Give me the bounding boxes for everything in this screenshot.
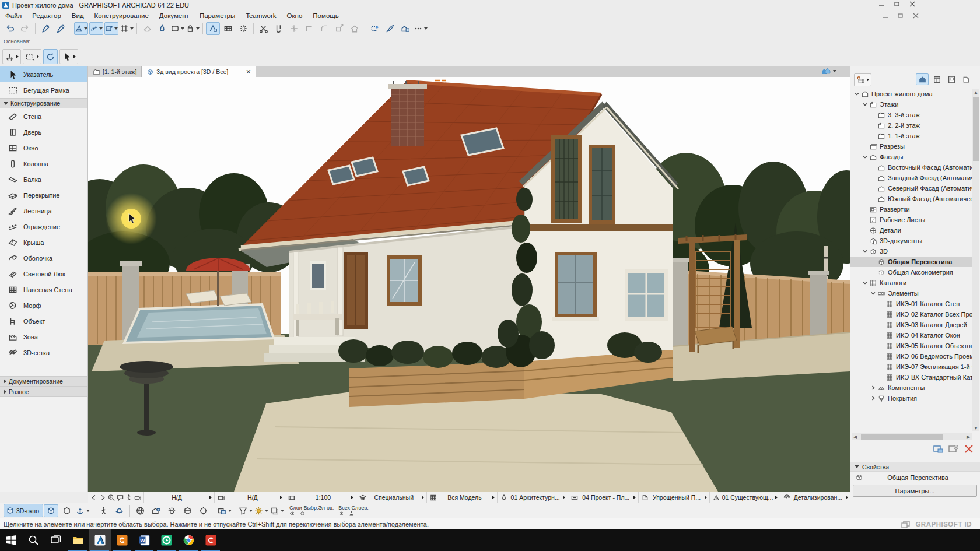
selected-elements-layers[interactable]: Слои Выбр.Эл-ов: <box>289 505 334 516</box>
document-window-controls[interactable] <box>882 13 919 19</box>
tree-horizontal-scrollbar[interactable]: ◀ ▶ <box>852 433 972 440</box>
dropdown-icon[interactable] <box>196 27 200 30</box>
tree-item[interactable]: Каталоги <box>850 278 973 288</box>
all-layers[interactable]: Всех Слоев: <box>338 505 368 516</box>
toolbox-item-stair[interactable]: Лестница <box>0 203 88 219</box>
arrow-tool-button[interactable] <box>60 49 78 64</box>
dropdown-icon[interactable] <box>228 510 232 512</box>
toolbox-item-object[interactable]: Объект <box>0 313 88 329</box>
shadow-settings-button[interactable] <box>270 504 284 517</box>
navigator-tree-button[interactable] <box>854 73 872 86</box>
search-button[interactable] <box>22 529 44 551</box>
toolbox-section-0[interactable]: Конструирование <box>0 98 88 108</box>
menu-item-документ[interactable]: Документ <box>154 11 194 20</box>
toolbox-item-pointer[interactable]: Указатель <box>0 66 88 82</box>
fillet-button[interactable] <box>317 22 331 35</box>
tree-item[interactable]: Рабочие Листы <box>850 215 973 225</box>
tree-item[interactable]: oРазвертки <box>850 204 973 215</box>
tree-item[interactable]: Западный Фасад (Автоматическ <box>850 173 973 183</box>
tree-item[interactable]: ИКЭ-06 Ведомость Проемов <box>850 351 973 362</box>
tree-item[interactable]: Фасады <box>850 152 973 162</box>
dropdown-icon[interactable] <box>86 510 90 512</box>
chevron-right-icon[interactable] <box>870 385 876 391</box>
toolbox-section-1[interactable]: Документирование <box>0 376 88 387</box>
tree-item[interactable]: Детали <box>850 225 973 236</box>
comment-icon[interactable] <box>116 494 124 501</box>
dropdown-icon[interactable] <box>181 27 184 30</box>
section-expander-icon[interactable] <box>4 379 6 384</box>
walk-mode-button[interactable] <box>96 504 111 517</box>
tab-inactive[interactable]: [1. 1-й этаж] <box>88 66 142 77</box>
word[interactable]: W <box>133 529 155 551</box>
quickbar-renovation[interactable]: 01 Существующ... <box>709 492 780 503</box>
new-view-icon[interactable] <box>933 444 944 454</box>
chevron-down-icon[interactable] <box>862 280 868 286</box>
quickbar-flyout-icon[interactable] <box>351 496 354 499</box>
perspective-view-button[interactable] <box>44 504 58 517</box>
layout-book-button[interactable] <box>945 73 958 85</box>
orbit-axes-button[interactable] <box>75 504 90 517</box>
tree-item[interactable]: Покрытия <box>850 393 973 403</box>
pickup-parameters-button[interactable] <box>38 22 52 35</box>
tree-item[interactable]: Разрезы <box>850 141 973 152</box>
menu-item-конструирование[interactable]: Конструирование <box>89 11 154 20</box>
quickbar-flyout-icon[interactable] <box>634 496 636 499</box>
tree-item[interactable]: ИКЭ-01 Каталог Стен <box>850 299 973 309</box>
viewport-3d[interactable] <box>88 77 850 492</box>
dropdown-icon[interactable] <box>265 510 268 512</box>
redo-button[interactable] <box>18 22 32 35</box>
split-button[interactable] <box>287 22 301 35</box>
chrome[interactable] <box>177 529 200 551</box>
tree-vertical-scrollbar[interactable]: ▲ ▼ <box>972 89 979 431</box>
start-button[interactable] <box>0 529 22 551</box>
task-view-button[interactable] <box>44 529 66 551</box>
axonometry-view-button[interactable] <box>60 504 74 517</box>
toolbox-item-railing[interactable]: Ограждение <box>0 219 88 234</box>
quickbar-detail-level[interactable]: Детализирован... <box>780 492 850 503</box>
quickbar-flyout-icon[interactable] <box>492 496 495 499</box>
toolbox-item-mesh[interactable]: 3D-сетка <box>0 345 88 360</box>
quickbar-camera-path[interactable]: Н/Д <box>214 492 285 503</box>
chevron-down-icon[interactable] <box>862 101 868 107</box>
dropdown-icon[interactable] <box>114 27 118 30</box>
menu-item-teamwork[interactable]: Teamwork <box>240 11 281 20</box>
toolbox-item-window[interactable]: Окно <box>0 140 88 156</box>
house-copy-button[interactable] <box>398 22 412 35</box>
delete-view-icon[interactable] <box>964 444 974 454</box>
resize-button[interactable] <box>332 22 346 35</box>
menu-item-вид[interactable]: Вид <box>66 11 89 20</box>
chevron-down-icon[interactable] <box>854 91 860 97</box>
toolbox-item-roof[interactable]: Крыша <box>0 234 88 250</box>
guide-lines-button[interactable] <box>74 22 88 35</box>
marquee-mode-button[interactable] <box>23 49 41 64</box>
tree-item[interactable]: Северный Фасад (Автоматическ <box>850 183 973 194</box>
dimension-table-button[interactable] <box>221 22 235 35</box>
dropdown-icon[interactable] <box>84 27 88 30</box>
quickbar-flyout-icon[interactable] <box>775 496 778 499</box>
explode-button[interactable] <box>236 22 250 35</box>
quickbar-flyout-icon[interactable] <box>209 496 212 499</box>
brush-button[interactable] <box>383 22 397 35</box>
red-app[interactable] <box>200 529 222 551</box>
toolbox-item-column[interactable]: Колонна <box>0 156 88 171</box>
tree-item[interactable]: Проект жилого дома <box>850 89 973 99</box>
quickbar-flyout-icon[interactable] <box>563 496 565 499</box>
tab-close-icon[interactable]: ✕ <box>246 68 251 76</box>
roof-tool-button[interactable] <box>348 22 362 35</box>
copy-view-button[interactable] <box>217 504 232 517</box>
toolbox-item-curtain-wall[interactable]: Навесная Стена <box>0 282 88 297</box>
back-icon[interactable] <box>90 494 98 501</box>
quickbar-flyout-icon[interactable] <box>422 496 424 499</box>
corner-button[interactable] <box>302 22 316 35</box>
section-expander-icon[interactable] <box>4 389 6 394</box>
dropdown-icon[interactable] <box>424 27 428 30</box>
tree-item[interactable]: Восточный Фасад (Автоматичес <box>850 162 973 173</box>
tree-item[interactable]: Этажи <box>850 99 973 110</box>
cutaway-button[interactable] <box>180 504 195 517</box>
sun-settings-button[interactable] <box>254 504 268 517</box>
section-expander-icon[interactable] <box>4 102 8 105</box>
orange-app[interactable] <box>111 529 133 551</box>
lock-button[interactable] <box>186 22 200 35</box>
forward-icon[interactable] <box>99 494 107 501</box>
quickbar-scale-film[interactable]: 1:100 <box>285 492 355 503</box>
